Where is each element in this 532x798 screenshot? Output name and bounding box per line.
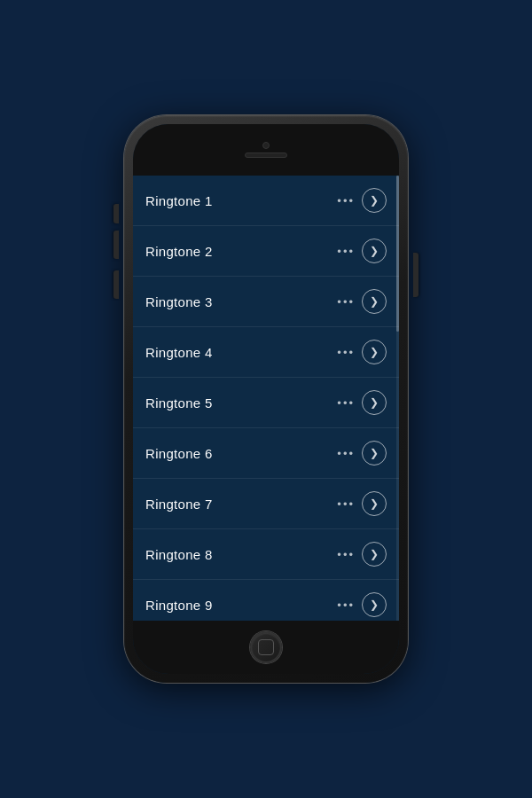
top-bezel bbox=[133, 124, 399, 176]
phone-frame: Ringtone 1•••❯Ringtone 2•••❯Ringtone 3••… bbox=[124, 115, 408, 683]
list-item[interactable]: Ringtone 7•••❯ bbox=[133, 479, 399, 529]
list-item[interactable]: Ringtone 4•••❯ bbox=[133, 327, 399, 378]
bottom-bezel bbox=[133, 621, 399, 674]
ringtone-label: Ringtone 6 bbox=[145, 446, 213, 461]
ringtone-actions: •••❯ bbox=[337, 188, 387, 213]
chevron-right-icon[interactable]: ❯ bbox=[362, 390, 387, 415]
more-options-icon[interactable]: ••• bbox=[337, 195, 355, 207]
volume-up-button[interactable] bbox=[113, 231, 119, 259]
more-options-icon[interactable]: ••• bbox=[337, 599, 355, 611]
mute-button[interactable] bbox=[113, 204, 119, 223]
ringtone-actions: •••❯ bbox=[337, 390, 387, 415]
chevron-right-icon[interactable]: ❯ bbox=[362, 188, 387, 213]
more-options-icon[interactable]: ••• bbox=[337, 549, 355, 560]
ringtone-label: Ringtone 3 bbox=[145, 294, 213, 309]
chevron-right-icon[interactable]: ❯ bbox=[362, 542, 387, 567]
volume-down-button[interactable] bbox=[113, 270, 119, 299]
chevron-right-icon[interactable]: ❯ bbox=[362, 592, 387, 617]
chevron-right-icon[interactable]: ❯ bbox=[362, 239, 387, 263]
ringtone-actions: •••❯ bbox=[337, 239, 387, 263]
more-options-icon[interactable]: ••• bbox=[337, 498, 355, 510]
ringtone-label: Ringtone 8 bbox=[145, 547, 213, 562]
chevron-right-icon[interactable]: ❯ bbox=[362, 340, 387, 364]
more-options-icon[interactable]: ••• bbox=[337, 397, 355, 409]
list-item[interactable]: Ringtone 1•••❯ bbox=[133, 176, 399, 226]
phone-screen: Ringtone 1•••❯Ringtone 2•••❯Ringtone 3••… bbox=[133, 124, 399, 674]
ringtone-label: Ringtone 9 bbox=[145, 598, 213, 613]
ringtone-label: Ringtone 5 bbox=[145, 395, 213, 411]
more-options-icon[interactable]: ••• bbox=[337, 347, 355, 358]
ringtone-actions: •••❯ bbox=[337, 340, 387, 364]
ringtone-actions: •••❯ bbox=[337, 491, 387, 516]
more-options-icon[interactable]: ••• bbox=[337, 448, 355, 459]
ringtone-actions: •••❯ bbox=[337, 592, 387, 617]
scrollbar[interactable] bbox=[396, 176, 399, 621]
home-button[interactable] bbox=[250, 631, 282, 663]
camera bbox=[262, 142, 270, 149]
ringtone-list: Ringtone 1•••❯Ringtone 2•••❯Ringtone 3••… bbox=[133, 176, 399, 621]
ringtone-label: Ringtone 2 bbox=[145, 244, 213, 259]
list-item[interactable]: Ringtone 3•••❯ bbox=[133, 277, 399, 327]
ringtone-label: Ringtone 4 bbox=[145, 345, 213, 360]
power-button[interactable] bbox=[413, 253, 419, 297]
chevron-right-icon[interactable]: ❯ bbox=[362, 441, 387, 466]
chevron-right-icon[interactable]: ❯ bbox=[362, 491, 387, 516]
earpiece-speaker bbox=[245, 153, 287, 158]
list-item[interactable]: Ringtone 5•••❯ bbox=[133, 378, 399, 428]
screen-content: Ringtone 1•••❯Ringtone 2•••❯Ringtone 3••… bbox=[133, 176, 399, 621]
ringtone-label: Ringtone 7 bbox=[145, 497, 213, 512]
ringtone-actions: •••❯ bbox=[337, 542, 387, 567]
more-options-icon[interactable]: ••• bbox=[337, 296, 355, 308]
list-item[interactable]: Ringtone 9•••❯ bbox=[133, 580, 399, 621]
more-options-icon[interactable]: ••• bbox=[337, 246, 355, 257]
home-button-inner bbox=[258, 639, 274, 655]
scroll-thumb[interactable] bbox=[396, 176, 399, 332]
ringtone-actions: •••❯ bbox=[337, 441, 387, 466]
ringtone-actions: •••❯ bbox=[337, 289, 387, 314]
list-item[interactable]: Ringtone 6•••❯ bbox=[133, 428, 399, 479]
list-item[interactable]: Ringtone 2•••❯ bbox=[133, 226, 399, 277]
chevron-right-icon[interactable]: ❯ bbox=[362, 289, 387, 314]
ringtone-label: Ringtone 1 bbox=[145, 193, 213, 208]
list-item[interactable]: Ringtone 8•••❯ bbox=[133, 529, 399, 580]
